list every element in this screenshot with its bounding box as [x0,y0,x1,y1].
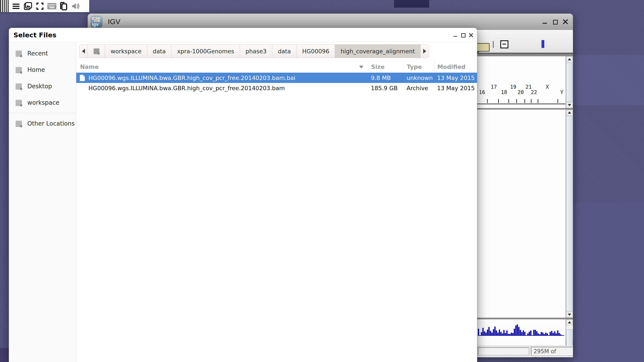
desktop-patch [573,55,644,105]
path-back-icon[interactable] [80,44,88,58]
desktop-patch [573,202,644,362]
home-icon [15,67,22,73]
coverage-bar [560,334,561,335]
path-forward-icon[interactable] [421,44,429,58]
coverage-bar [517,325,518,335]
minimize-icon[interactable] [542,19,548,24]
maximize-icon[interactable] [552,19,558,24]
coverage-bar [538,334,539,335]
ruler-tick [516,99,517,103]
chromosome-label-Y[interactable]: Y [560,89,563,95]
status-message-box [478,347,529,356]
chromosome-label-X[interactable]: X [546,84,549,90]
copy-icon[interactable] [59,2,68,11]
breadcrumb-phase3[interactable]: phase3 [240,44,272,58]
drag-handle[interactable] [0,0,8,12]
coverage-bar [518,327,520,335]
zoom-out-icon[interactable] [500,40,508,48]
table-header: Name Size Type Modified [76,61,477,73]
chromosome-ruler[interactable]: 16171819202122XY [478,56,567,108]
select-files-dialog: Select Files Recent Home [9,28,477,362]
scroll-down-icon[interactable] [566,102,573,108]
column-header-type[interactable]: Type [404,61,434,72]
ruler-tick [508,99,509,103]
tracks-scrollbar[interactable] [566,110,573,318]
svg-text:igv: igv [92,22,99,27]
scroll-thumb[interactable] [566,116,573,311]
igv-titlebar[interactable]: igv IGV [88,14,573,30]
column-header-name[interactable]: Name [76,61,368,72]
file-browser-main: workspace data xpra-1000Genomes phase3 d… [76,42,477,362]
coverage-bar [524,332,526,335]
table-row-bam[interactable]: HG00096.wgs.ILLUMINA.bwa.GBR.high_cov_pc… [76,83,477,93]
chromosome-label-22[interactable]: 22 [531,89,537,95]
menu-icon[interactable] [12,2,20,11]
close-icon[interactable] [563,19,568,24]
coverage-bar [527,334,528,335]
keyboard-icon[interactable] [48,2,56,11]
scroll-down-icon[interactable] [566,312,573,318]
speaker-icon[interactable] [71,2,80,11]
coverage-bar [552,333,554,335]
coverage-bar [551,331,552,335]
sidebar-item-other-locations[interactable]: Other Locations [9,115,76,132]
breadcrumb-workspace[interactable]: workspace [105,44,147,58]
column-header-modified[interactable]: Modified [434,61,477,72]
breadcrumb: workspace data xpra-1000Genomes phase3 d… [79,44,429,58]
coverage-bar [541,332,542,335]
chromosome-label-21[interactable]: 21 [526,84,532,90]
coverage-bar [558,333,560,335]
chromosome-label-18[interactable]: 18 [501,89,507,95]
coverage-bar [514,329,515,335]
ruler-baseline [478,104,566,104]
dialog-titlebar[interactable]: Select Files [9,28,477,42]
breadcrumb-data-2[interactable]: data [272,44,296,58]
ruler-tick [498,99,499,103]
ruler-scrollbar[interactable] [566,56,573,108]
sidebar-item-home[interactable]: Home [9,62,76,78]
fullscreen-icon[interactable] [36,2,44,11]
scroll-thumb[interactable] [566,63,573,102]
coverage-bar [499,330,500,335]
coverage-bar [556,334,557,335]
coverage-bar [484,331,485,335]
sidebar-item-recent[interactable]: Recent [9,45,76,62]
path-root-button[interactable] [88,44,105,58]
folder-icon [15,100,22,106]
coverage-bar [521,332,522,335]
close-icon[interactable] [468,33,473,37]
coverage-bar [491,333,492,335]
desktop: igv IGV 16171819202122XY [0,0,644,362]
breadcrumb-hg00096[interactable]: HG00096 [296,44,335,58]
photos-icon[interactable] [24,2,32,11]
table-row-bam-bai[interactable]: HG00096.wgs.ILLUMINA.bwa.GBR.high_cov_pc… [76,73,477,83]
coverage-scrollbar[interactable] [566,319,573,345]
maximize-icon[interactable] [461,33,466,37]
scroll-thumb[interactable] [566,329,573,346]
recent-icon [15,50,22,57]
ruler-tick [524,99,525,103]
chromosome-label-16[interactable]: 16 [479,89,485,95]
sidebar-item-workspace[interactable]: workspace [9,94,76,111]
coverage-bar [554,331,556,335]
coverage-bar [509,334,510,335]
breadcrumb-data[interactable]: data [147,44,172,58]
chromosome-label-20[interactable]: 20 [518,89,524,95]
coverage-bar [505,333,506,335]
chromosome-label-17[interactable]: 17 [491,84,497,90]
breadcrumb-xpra-1000genomes[interactable]: xpra-1000Genomes [172,44,240,58]
scroll-up-icon[interactable] [566,56,573,62]
coverage-bar [529,332,530,335]
ruler-tick [487,99,488,103]
scroll-up-icon[interactable] [566,110,573,116]
chromosome-label-19[interactable]: 19 [510,84,516,90]
column-header-size[interactable]: Size [368,61,404,72]
scroll-up-icon[interactable] [566,319,573,325]
coverage-bar [503,330,504,335]
zoom-slider-mark[interactable] [542,40,544,48]
minimize-icon[interactable] [453,33,458,37]
coverage-bar [497,333,498,335]
breadcrumb-high-coverage-alignment[interactable]: high_coverage_alignment [335,44,421,58]
sidebar-item-desktop[interactable]: Desktop [9,78,76,94]
coverage-bar [523,331,524,335]
